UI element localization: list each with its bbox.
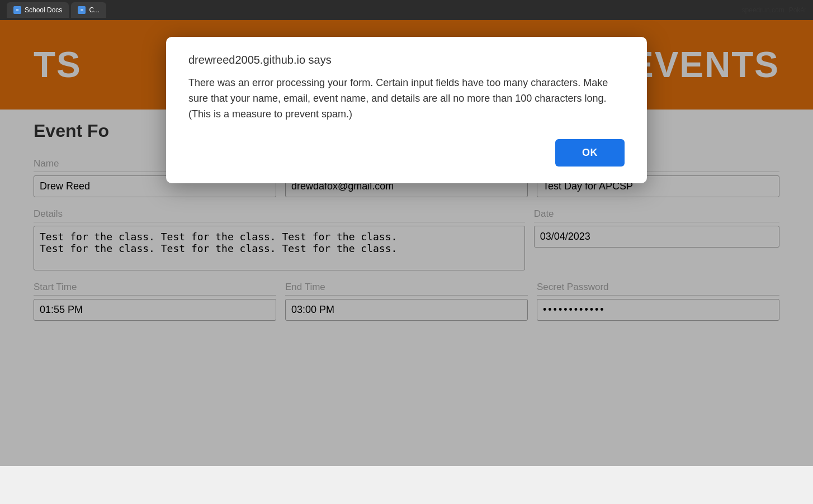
page-background: TS EVENTS Event Fo Name Email Event Name… <box>0 20 813 466</box>
tab-school-docs-icon: ≡ <box>13 6 21 14</box>
alert-dialog: drewreed2005.github.io says There was an… <box>166 37 647 183</box>
speedrun-extension: speedrun.com <box>742 6 784 14</box>
tab-school-docs-label: School Docs <box>25 6 62 14</box>
tab-c-icon: ≡ <box>78 6 86 14</box>
tab-c-label: C... <box>89 6 100 14</box>
modal-ok-button[interactable]: OK <box>555 139 625 167</box>
pokerogue-extension: Pokér <box>789 6 806 14</box>
modal-actions: OK <box>188 139 625 167</box>
browser-extensions: speedrun.com Pokér <box>742 6 806 14</box>
browser-chrome: ≡ School Docs ≡ C... speedrun.com Pokér <box>0 0 813 20</box>
tab-c[interactable]: ≡ C... <box>71 2 106 18</box>
modal-domain: drewreed2005.github.io says <box>188 54 625 66</box>
tab-school-docs[interactable]: ≡ School Docs <box>7 2 69 18</box>
modal-message: There was an error processing your form.… <box>188 75 625 122</box>
modal-overlay: drewreed2005.github.io says There was an… <box>0 20 813 466</box>
tab-list: ≡ School Docs ≡ C... <box>7 2 738 18</box>
